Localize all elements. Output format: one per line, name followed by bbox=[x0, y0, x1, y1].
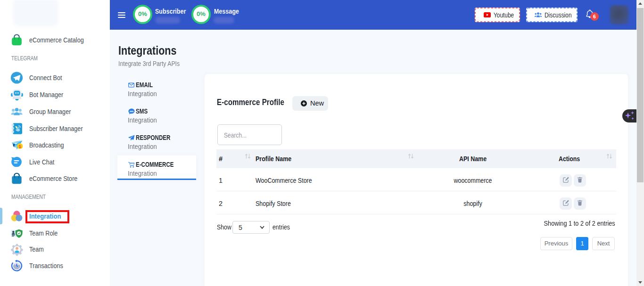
svg-text:1: 1 bbox=[18, 144, 21, 149]
svg-text:SMS: SMS bbox=[130, 110, 134, 113]
